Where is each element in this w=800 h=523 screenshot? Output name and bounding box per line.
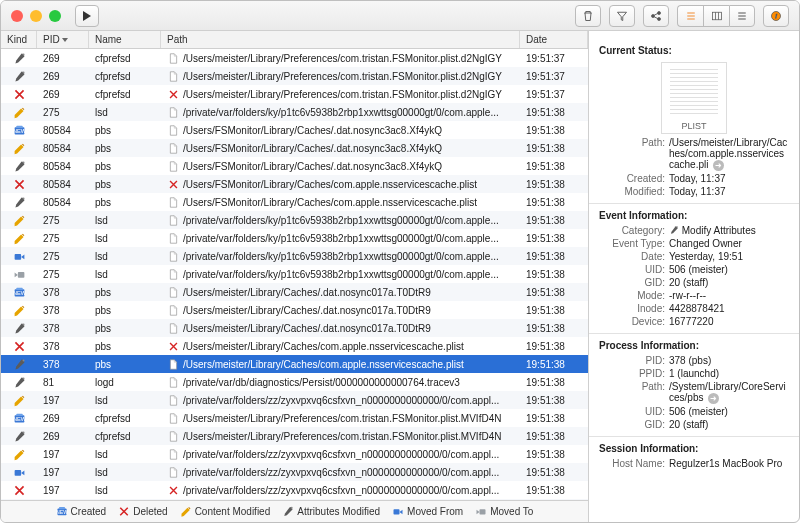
cell-kind [1,87,37,101]
cell-date: 19:51:38 [520,269,588,280]
session-section-title: Session Information: [599,443,789,454]
event-table: Kind PID Name Path Date 269cfprefsd/User… [1,31,589,522]
file-icon [167,448,179,460]
cell-kind [1,141,37,155]
cell-date: 19:51:38 [520,125,588,136]
mvt-icon [12,267,26,281]
cell-pid: 378 [37,359,89,370]
table-row[interactable]: 378pbs/Users/meister/Library/Caches/.dat… [1,283,588,301]
view-rows-button[interactable] [729,5,755,27]
col-path[interactable]: Path [161,31,520,48]
table-row[interactable]: 275lsd/private/var/folders/ky/p1tc6v5938… [1,103,588,121]
cell-kind [1,159,37,173]
cell-pid: 269 [37,431,89,442]
cell-date: 19:51:38 [520,179,588,190]
crt-icon [12,285,26,299]
minimize-window[interactable] [30,10,42,22]
table-row[interactable]: 275lsd/private/var/folders/ky/p1tc6v5938… [1,247,588,265]
file-icon [167,232,179,244]
cell-kind [1,177,37,191]
table-row[interactable]: 197lsd/private/var/folders/zz/zyxvpxvq6c… [1,445,588,463]
table-row[interactable]: 80584pbs/Users/FSMonitor/Library/Caches/… [1,193,588,211]
info-button[interactable]: i [763,5,789,27]
mod-icon [12,393,26,407]
cell-kind [1,321,37,335]
cell-path: /Users/meister/Library/Preferences/com.t… [161,88,520,100]
table-row[interactable]: 80584pbs/Users/FSMonitor/Library/Caches/… [1,121,588,139]
del-icon [12,339,26,353]
table-row[interactable]: 378pbs/Users/meister/Library/Caches/com.… [1,355,588,373]
cell-kind [1,375,37,389]
view-list-button[interactable] [677,5,703,27]
view-mode-group [677,5,755,27]
reveal-path-button[interactable]: ➜ [713,160,724,171]
col-date[interactable]: Date [520,31,588,48]
trash-button[interactable] [575,5,601,27]
file-icon [167,124,179,136]
table-row[interactable]: 80584pbs/Users/FSMonitor/Library/Caches/… [1,175,588,193]
cell-path: /Users/FSMonitor/Library/Caches/.dat.nos… [161,142,520,154]
filter-button[interactable] [609,5,635,27]
table-row[interactable]: 275lsd/private/var/folders/ky/p1tc6v5938… [1,265,588,283]
cell-name: pbs [89,179,161,190]
detail-inode: 4428878421 [669,303,789,314]
col-kind[interactable]: Kind [1,31,37,48]
col-pid[interactable]: PID [37,31,89,48]
detail-proc-ppid: 1 (launchd) [669,368,789,379]
table-row[interactable]: 197lsd/private/var/folders/zz/zyxvpxvq6c… [1,391,588,409]
col-name[interactable]: Name [89,31,161,48]
table-row[interactable]: 275lsd/private/var/folders/ky/p1tc6v5938… [1,211,588,229]
detail-created: Today, 11:37 [669,173,789,184]
table-row[interactable]: 197lsd/private/var/folders/zz/zyxvpxvq6c… [1,481,588,499]
file-icon [167,142,179,154]
table-row[interactable]: 269cfprefsd/Users/meister/Library/Prefer… [1,409,588,427]
zoom-window[interactable] [49,10,61,22]
play-button[interactable] [75,5,99,27]
cell-path: /private/var/folders/ky/p1tc6v5938b2rbp1… [161,268,520,280]
cell-date: 19:51:38 [520,107,588,118]
file-preview: PLIST [661,62,727,134]
table-row[interactable]: 378pbs/Users/meister/Library/Caches/.dat… [1,301,588,319]
table-row[interactable]: 197lsd/private/var/folders/zz/zyxvpxvq6c… [1,463,588,481]
moved-to-icon [475,506,487,518]
cell-pid: 80584 [37,143,89,154]
cell-path: /Users/meister/Library/Caches/.dat.nosyn… [161,322,520,334]
cell-pid: 269 [37,89,89,100]
mvf-icon [12,249,26,263]
cell-name: cfprefsd [89,413,161,424]
cell-pid: 378 [37,287,89,298]
cell-path: /Users/meister/Library/Preferences/com.t… [161,430,520,442]
cell-kind [1,51,37,65]
cell-pid: 275 [37,269,89,280]
table-row[interactable]: 269cfprefsd/Users/meister/Library/Prefer… [1,85,588,103]
close-window[interactable] [11,10,23,22]
cell-pid: 275 [37,233,89,244]
table-row[interactable]: 275lsd/private/var/folders/ky/p1tc6v5938… [1,229,588,247]
reveal-proc-button[interactable]: ➜ [708,393,719,404]
view-columns-button[interactable] [703,5,729,27]
cell-pid: 378 [37,341,89,352]
cell-name: pbs [89,341,161,352]
share-button[interactable] [643,5,669,27]
table-row[interactable]: 81logd/private/var/db/diagnostics/Persis… [1,373,588,391]
cell-name: lsd [89,467,161,478]
table-row[interactable]: 378pbs/Users/meister/Library/Caches/com.… [1,337,588,355]
titlebar: i [1,1,799,31]
table-row[interactable]: 378pbs/Users/meister/Library/Caches/.dat… [1,319,588,337]
table-row[interactable]: 269cfprefsd/Users/meister/Library/Prefer… [1,67,588,85]
table-row[interactable]: 269cfprefsd/Users/meister/Library/Prefer… [1,49,588,67]
file-icon [167,430,179,442]
table-row[interactable]: 269cfprefsd/Users/meister/Library/Prefer… [1,427,588,445]
cell-path: /Users/FSMonitor/Library/Caches/.dat.nos… [161,160,520,172]
cell-pid: 80584 [37,125,89,136]
cell-date: 19:51:38 [520,359,588,370]
deleted-icon [118,506,130,518]
mod-icon [12,447,26,461]
table-body[interactable]: 269cfprefsd/Users/meister/Library/Prefer… [1,49,588,500]
cell-name: lsd [89,107,161,118]
table-row[interactable]: 80584pbs/Users/FSMonitor/Library/Caches/… [1,139,588,157]
detail-gid: 20 (staff) [669,277,789,288]
table-row[interactable]: 80584pbs/Users/FSMonitor/Library/Caches/… [1,157,588,175]
cell-pid: 81 [37,377,89,388]
cell-pid: 269 [37,71,89,82]
